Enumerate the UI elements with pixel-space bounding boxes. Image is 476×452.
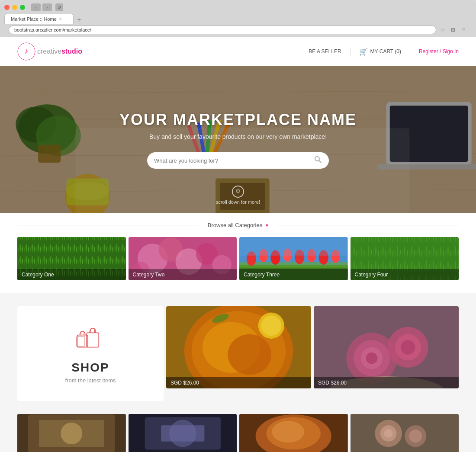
browser-window: ‹ › ↺ Market Place :: Home × + bootstrap… bbox=[0, 0, 476, 452]
categories-title-wrap: Browse all Categories ▾ bbox=[199, 222, 277, 228]
logo-area: ♪ creativestudio bbox=[17, 42, 82, 61]
menu-icon[interactable]: ≡ bbox=[460, 26, 467, 34]
svg-rect-62 bbox=[77, 337, 85, 346]
svg-rect-100 bbox=[351, 414, 459, 452]
logo-icon: ♪ bbox=[17, 42, 35, 61]
shop-subtitle: from the latest items bbox=[65, 377, 116, 384]
cart-icon: 🛒 bbox=[359, 48, 368, 56]
shop-title: SHOP bbox=[71, 361, 109, 375]
new-tab-button[interactable]: + bbox=[74, 16, 84, 24]
divider-right bbox=[277, 225, 459, 225]
svg-text:♪: ♪ bbox=[25, 47, 29, 55]
category-label-3: Category Three bbox=[239, 269, 348, 280]
svg-rect-89 bbox=[161, 425, 204, 442]
logo-studio: studio bbox=[61, 48, 82, 55]
bottom-card-1[interactable] bbox=[17, 414, 126, 452]
logo-text: creativestudio bbox=[37, 48, 82, 55]
categories-header: Browse all Categories ▾ bbox=[17, 222, 459, 228]
cart-label: MY CART (0) bbox=[370, 48, 401, 54]
scroll-circle bbox=[232, 186, 244, 198]
bottom-img-3 bbox=[239, 414, 348, 452]
svg-rect-43 bbox=[239, 262, 348, 268]
url-text: bootstrap.arcadier.com/marketplace/ bbox=[14, 27, 91, 32]
bottom-products bbox=[0, 414, 476, 452]
tab-title: Market Place :: Home bbox=[11, 16, 57, 22]
scroll-text: scroll down for more! bbox=[216, 199, 260, 205]
svg-line-3 bbox=[0, 91, 476, 93]
nav-buttons: ‹ › ↺ bbox=[31, 3, 63, 11]
svg-point-93 bbox=[272, 421, 304, 442]
divider-left bbox=[17, 225, 199, 225]
categories-grid: Category One bbox=[17, 237, 459, 280]
category-card-1[interactable]: Category One bbox=[17, 237, 126, 280]
star-icon[interactable]: ☆ bbox=[439, 26, 447, 34]
price-badge-1: SGD $26.00 bbox=[166, 377, 311, 388]
bottom-card-3[interactable] bbox=[239, 414, 348, 452]
category-card-4[interactable]: Category Four bbox=[351, 237, 459, 280]
hero-title: YOUR MARKETPLACE NAME bbox=[48, 111, 428, 129]
svg-rect-59 bbox=[87, 333, 99, 347]
page-content: ♪ creativestudio BE A SELLER 🛒 MY CART (… bbox=[0, 37, 476, 452]
svg-rect-81 bbox=[314, 306, 459, 388]
logo-creative: creative bbox=[37, 48, 61, 55]
categories-section: Browse all Categories ▾ bbox=[0, 213, 476, 293]
svg-rect-71 bbox=[166, 306, 311, 388]
bottom-grid bbox=[17, 414, 459, 452]
minimize-dot[interactable] bbox=[12, 5, 17, 10]
hero-content: YOUR MARKETPLACE NAME Buy and sell your … bbox=[48, 111, 428, 169]
shop-bags-icon bbox=[75, 324, 106, 354]
shop-products: SGD $26.00 bbox=[166, 306, 459, 401]
bottom-card-2[interactable] bbox=[129, 414, 237, 452]
svg-rect-56 bbox=[77, 335, 88, 347]
bottom-card-4[interactable] bbox=[351, 414, 459, 452]
svg-point-12 bbox=[66, 182, 109, 200]
product-card-1[interactable]: SGD $26.00 bbox=[166, 306, 311, 388]
category-card-3[interactable]: Category Three bbox=[239, 237, 348, 280]
site-header: ♪ creativestudio BE A SELLER 🛒 MY CART (… bbox=[0, 37, 476, 66]
product-img-2 bbox=[314, 306, 459, 388]
bottom-img-1 bbox=[17, 414, 126, 452]
header-nav: BE A SELLER 🛒 MY CART (0) Register / Sig… bbox=[309, 48, 459, 56]
shop-grid: SHOP from the latest items bbox=[17, 306, 459, 401]
back-button[interactable]: ‹ bbox=[31, 3, 41, 11]
shop-promo: SHOP from the latest items bbox=[17, 306, 164, 401]
category-label-2: Category Two bbox=[129, 269, 237, 280]
address-bar: bootstrap.arcadier.com/marketplace/ ☆ ⊞ … bbox=[4, 24, 472, 37]
url-input[interactable]: bootstrap.arcadier.com/marketplace/ bbox=[9, 26, 436, 34]
tab-bar: Market Place :: Home × + bbox=[4, 14, 472, 24]
maximize-dot[interactable] bbox=[20, 5, 25, 10]
svg-point-11 bbox=[65, 174, 110, 213]
svg-line-27 bbox=[319, 160, 321, 163]
close-dot[interactable] bbox=[4, 5, 10, 10]
cart-area[interactable]: 🛒 MY CART (0) bbox=[350, 48, 410, 56]
browser-icons: ☆ ⊞ ≡ bbox=[439, 26, 467, 34]
shop-section: SHOP from the latest items bbox=[0, 293, 476, 414]
category-card-2[interactable]: Category Two bbox=[129, 237, 237, 280]
refresh-button[interactable]: ↺ bbox=[55, 3, 63, 11]
mouse-icon bbox=[235, 189, 241, 195]
forward-button[interactable]: › bbox=[42, 3, 52, 11]
search-input[interactable] bbox=[154, 157, 314, 164]
category-label-1: Category One bbox=[17, 269, 126, 280]
svg-rect-52 bbox=[239, 237, 348, 256]
extensions-icon[interactable]: ⊞ bbox=[449, 26, 457, 34]
bottom-img-4 bbox=[351, 414, 459, 452]
bottom-img-2 bbox=[129, 414, 237, 452]
svg-rect-13 bbox=[67, 178, 109, 205]
tab-close-button[interactable]: × bbox=[59, 17, 62, 22]
chevron-down-icon: ▾ bbox=[266, 222, 268, 228]
search-bar bbox=[147, 152, 329, 169]
hero-subtitle: Buy and sell your favourite products on … bbox=[48, 133, 428, 140]
scroll-hint: scroll down for more! bbox=[216, 186, 260, 205]
product-img-1 bbox=[166, 306, 311, 388]
register-link[interactable]: Register / Sign In bbox=[410, 48, 459, 54]
be-seller-link[interactable]: BE A SELLER bbox=[309, 48, 350, 54]
svg-point-85 bbox=[61, 423, 82, 444]
product-card-2[interactable]: SGD $26.00 bbox=[314, 306, 459, 388]
price-badge-2: SGD $26.00 bbox=[314, 377, 459, 388]
search-button[interactable] bbox=[314, 156, 322, 165]
browser-chrome: ‹ › ↺ Market Place :: Home × + bootstrap… bbox=[0, 0, 476, 37]
category-label-4: Category Four bbox=[351, 269, 459, 280]
categories-title: Browse all Categories bbox=[208, 222, 262, 228]
active-tab[interactable]: Market Place :: Home × bbox=[4, 14, 74, 24]
